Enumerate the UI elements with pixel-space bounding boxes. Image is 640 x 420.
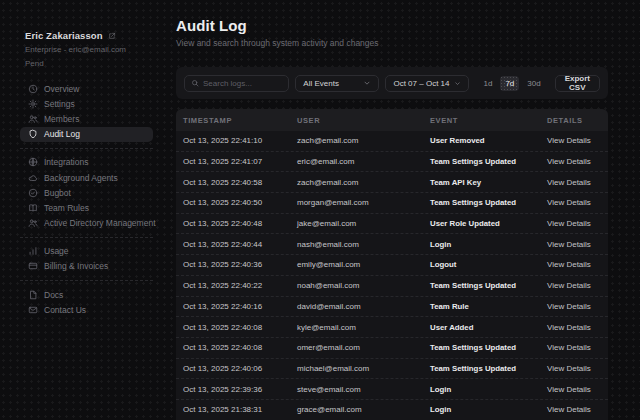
view-details-link[interactable]: View Details: [547, 178, 608, 187]
row-event: Logout: [430, 260, 547, 269]
row-timestamp: Oct 13, 2025 21:38:31: [183, 405, 297, 414]
sidebar-item-usage[interactable]: Usage: [20, 244, 153, 259]
search-icon: [191, 79, 199, 87]
row-user: steve@email.com: [297, 385, 430, 394]
table-row: Oct 13, 2025 22:40:36emily@email.comLogo…: [176, 255, 608, 276]
profile-plan: Pend: [25, 59, 176, 69]
sidebar-item-billing-invoices[interactable]: Billing & Invoices: [20, 259, 153, 274]
view-details-link[interactable]: View Details: [547, 260, 608, 269]
view-details-link[interactable]: View Details: [547, 219, 608, 228]
row-event: Team Rule: [430, 302, 547, 311]
row-timestamp: Oct 13, 2025 22:40:16: [183, 302, 297, 311]
row-user: zach@email.com: [297, 178, 430, 187]
view-details-link[interactable]: View Details: [547, 385, 608, 394]
range-button-7d[interactable]: 7d: [500, 76, 519, 91]
table-row: Oct 13, 2025 22:40:44nash@email.comLogin…: [176, 234, 608, 255]
row-timestamp: Oct 13, 2025 22:40:48: [183, 219, 297, 228]
row-user: david@email.com: [297, 302, 430, 311]
profile-org: Enterprise - eric@email.com: [25, 45, 176, 55]
profile-block: Eric Zakariasson Enterprise - eric@email…: [25, 30, 176, 69]
sidebar-item-overview[interactable]: Overview: [20, 81, 153, 96]
row-timestamp: Oct 13, 2025 22:40:50: [183, 198, 297, 207]
row-timestamp: Oct 13, 2025 22:41:10: [183, 136, 297, 145]
view-details-link[interactable]: View Details: [547, 323, 608, 332]
bar-chart-icon: [28, 246, 38, 256]
table-row: Oct 13, 2025 22:41:07eric@email.comTeam …: [176, 152, 608, 173]
search-input[interactable]: [203, 79, 282, 88]
app-root: { "colors": { "page_bg": "#0d0d0f", "car…: [0, 0, 640, 420]
clock-icon: [28, 84, 38, 94]
row-timestamp: Oct 13, 2025 22:41:07: [183, 157, 297, 166]
sidebar-item-integrations[interactable]: Integrations: [20, 155, 153, 170]
table-header-row: Timestamp User Event Details: [176, 109, 608, 131]
date-range-value: Oct 07 – Oct 14: [393, 79, 449, 88]
sidebar-item-label: Docs: [44, 290, 63, 300]
row-event: User Role Updated: [430, 219, 547, 228]
table-row: Oct 13, 2025 22:40:50morgan@email.comTea…: [176, 193, 608, 214]
row-event: Team Settings Updated: [430, 281, 547, 290]
sidebar-item-label: Contact Us: [44, 305, 86, 315]
sidebar-item-label: Audit Log: [44, 129, 80, 139]
row-event: Team Settings Updated: [430, 364, 547, 373]
file-icon: [28, 290, 38, 300]
external-link-icon[interactable]: [108, 32, 116, 40]
toolbar-right-group: Oct 07 – Oct 14 1d7d30d Export CSV: [385, 75, 600, 92]
column-header-timestamp: Timestamp: [183, 116, 297, 125]
date-range-picker[interactable]: Oct 07 – Oct 14: [385, 75, 469, 92]
table-row: Oct 13, 2025 22:40:48jake@email.comUser …: [176, 214, 608, 235]
view-details-link[interactable]: View Details: [547, 343, 608, 352]
sidebar-item-contact-us[interactable]: Contact Us: [20, 302, 153, 317]
sidebar-item-label: Active Directory Management: [44, 218, 156, 228]
audit-toolbar: All Events Oct 07 – Oct 14 1d7d30d Expor…: [176, 67, 608, 99]
audit-log-table: Timestamp User Event Details Oct 13, 202…: [176, 109, 608, 420]
row-user: eric@email.com: [297, 157, 430, 166]
view-details-link[interactable]: View Details: [547, 157, 608, 166]
view-details-link[interactable]: View Details: [547, 240, 608, 249]
row-user: nash@email.com: [297, 240, 430, 249]
chevron-down-icon: [363, 79, 371, 87]
event-filter-select[interactable]: All Events: [295, 75, 379, 92]
view-details-link[interactable]: View Details: [547, 136, 608, 145]
view-details-link[interactable]: View Details: [547, 198, 608, 207]
view-details-link[interactable]: View Details: [547, 405, 608, 414]
sidebar-item-members[interactable]: Members: [20, 111, 153, 126]
view-details-link[interactable]: View Details: [547, 302, 608, 311]
sidebar-item-label: Overview: [44, 84, 79, 94]
view-details-link[interactable]: View Details: [547, 364, 608, 373]
sidebar-item-docs[interactable]: Docs: [20, 287, 153, 302]
row-user: jake@email.com: [297, 219, 430, 228]
chevron-down-icon: [454, 80, 461, 87]
row-event: Login: [430, 385, 547, 394]
sidebar-item-bugbot[interactable]: Bugbot: [20, 185, 153, 200]
view-details-link[interactable]: View Details: [547, 281, 608, 290]
sidebar-item-audit-log[interactable]: Audit Log: [20, 127, 153, 142]
sidebar-nav: OverviewSettingsMembersAudit LogIntegrat…: [20, 81, 153, 317]
sidebar-item-label: Usage: [44, 246, 69, 256]
row-timestamp: Oct 13, 2025 22:40:08: [183, 323, 297, 332]
sidebar-item-label: Background Agents: [44, 173, 118, 183]
sidebar-item-settings[interactable]: Settings: [20, 96, 153, 111]
row-event: Team Settings Updated: [430, 198, 547, 207]
cloud-icon: [28, 173, 38, 183]
range-button-1d[interactable]: 1d: [478, 76, 497, 91]
sidebar-item-label: Settings: [44, 99, 75, 109]
sidebar-item-label: Integrations: [44, 157, 88, 167]
table-row: Oct 13, 2025 22:40:16david@email.comTeam…: [176, 297, 608, 318]
credit-card-icon: [28, 261, 38, 271]
mail-icon: [28, 305, 38, 315]
profile-name: Eric Zakariasson: [25, 30, 103, 41]
row-event: Login: [430, 240, 547, 249]
sidebar-item-background-agents[interactable]: Background Agents: [20, 170, 153, 185]
page-title: Audit Log: [176, 17, 608, 35]
row-event: Team Settings Updated: [430, 343, 547, 352]
table-row: Oct 13, 2025 22:40:08kyle@email.comUser …: [176, 317, 608, 338]
sidebar: Eric Zakariasson Enterprise - eric@email…: [0, 0, 176, 420]
table-body: Oct 13, 2025 22:41:10zach@email.comUser …: [176, 131, 608, 420]
sidebar-item-team-rules[interactable]: Team Rules: [20, 200, 153, 215]
sidebar-item-active-directory-management[interactable]: Active Directory Management: [20, 216, 153, 231]
range-button-30d[interactable]: 30d: [522, 76, 545, 91]
users-icon: [28, 114, 38, 124]
page-subtitle: View and search through system activity …: [176, 38, 608, 49]
row-user: michael@email.com: [297, 364, 430, 373]
export-csv-button[interactable]: Export CSV: [555, 75, 600, 92]
